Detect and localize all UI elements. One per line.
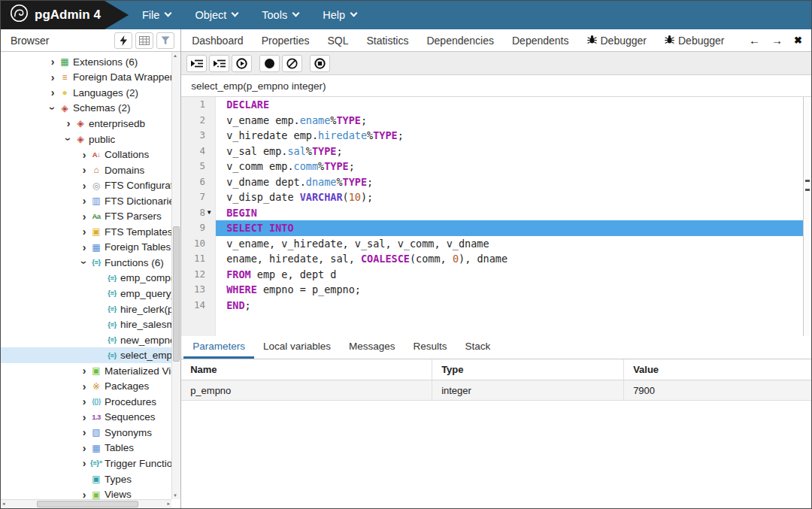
tree-item-synonyms[interactable]: ›▧Synonyms	[1, 425, 171, 441]
code-line[interactable]: 9SELECT INTO	[181, 220, 811, 236]
line-number[interactable]: 10	[181, 236, 216, 252]
cell-type[interactable]: integer	[432, 380, 624, 400]
code-line[interactable]: 8▼BEGIN	[181, 205, 811, 221]
step-over-button[interactable]	[209, 55, 229, 72]
code-line[interactable]: 12FROM emp e, dept d	[181, 267, 811, 283]
table-row[interactable]: p_empnointeger7900	[181, 380, 811, 401]
tree-item-domains[interactable]: ›⌂Domains	[1, 162, 171, 178]
code-line[interactable]: 7v_disp_date VARCHAR(10);	[181, 189, 811, 205]
tree-item-views[interactable]: ›▣Views	[1, 486, 171, 499]
line-number[interactable]: 13	[181, 282, 216, 298]
tree-item-function-emp-comp[interactable]: {≡}emp_comp(p_s	[1, 271, 171, 286]
tree-item-tables[interactable]: ›▦Tables	[1, 441, 171, 456]
code-line[interactable]: 10v_ename, v_hiredate, v_sal, v_comm, v_…	[181, 236, 811, 252]
tree-item-fts-templates[interactable]: ›▣FTS Templates	[1, 224, 171, 240]
tab-local-variables[interactable]: Local variables	[254, 336, 340, 359]
tree-item-fts-parsers[interactable]: ›AaFTS Parsers	[1, 208, 171, 224]
tree-item-trigger-functions[interactable]: ›{≡}⁺Trigger Functions	[1, 456, 171, 471]
line-number[interactable]: 6	[181, 174, 216, 190]
tab-parameters[interactable]: Parameters	[183, 336, 254, 359]
tree-item-materialized-views[interactable]: ›▣Materialized Views	[1, 363, 171, 379]
tab-scroll-left-icon[interactable]: ←	[749, 34, 760, 47]
scroll-up-icon[interactable]: ▴	[174, 53, 177, 59]
tree-item-schema-public[interactable]: ›◈public	[1, 132, 171, 147]
tab-debugger-2[interactable]: Debugger	[656, 29, 734, 51]
cell-name[interactable]: p_empno	[181, 380, 432, 400]
tree-vscroll-thumb[interactable]	[173, 226, 180, 362]
tree-horizontal-scrollbar[interactable]: ◂ ▸	[1, 499, 171, 508]
tree-item-foreign-tables[interactable]: ›▦Foreign Tables	[1, 240, 171, 256]
tree-item-languages[interactable]: ›●Languages (2)	[1, 85, 171, 101]
tree-item-fts-configurations[interactable]: ›◎FTS Configurations	[1, 177, 171, 193]
tab-debugger-1[interactable]: Debugger	[578, 29, 656, 51]
tab-results[interactable]: Results	[404, 336, 456, 359]
line-number[interactable]: 7	[181, 189, 216, 205]
code-line[interactable]: 14END;	[181, 298, 811, 314]
menu-object[interactable]: Object	[195, 9, 238, 21]
line-number[interactable]: 5	[181, 159, 216, 174]
code-line[interactable]: 13WHERE empno = p_empno;	[181, 282, 811, 298]
line-number[interactable]: 2	[181, 113, 216, 129]
line-number[interactable]: 4	[181, 144, 216, 159]
tree-item-schema-enterprisedb[interactable]: ›◈enterprisedb	[1, 116, 171, 132]
tree-item-procedures[interactable]: ›{()}Procedures	[1, 394, 171, 410]
scroll-down-icon[interactable]: ▾	[174, 492, 177, 498]
step-into-button[interactable]	[186, 55, 207, 72]
tab-messages[interactable]: Messages	[340, 336, 404, 359]
tree-item-packages[interactable]: ›※Packages	[1, 378, 171, 394]
clear-all-breakpoints-button[interactable]	[282, 55, 302, 72]
menu-file[interactable]: File	[142, 9, 171, 21]
line-number[interactable]: 3	[181, 128, 216, 144]
tree-vertical-scrollbar[interactable]: ▴ ▾	[171, 52, 180, 499]
code-line[interactable]: 4v_sal emp.sal%TYPE;	[181, 144, 811, 159]
tab-stack[interactable]: Stack	[456, 336, 500, 359]
tab-sql[interactable]: SQL	[318, 29, 357, 51]
tree-item-functions[interactable]: ›{≡}Functions (6)	[1, 255, 171, 271]
tree-item-collations[interactable]: ›A↓Collations	[1, 147, 171, 162]
tree-item-sequences[interactable]: ›1.3Sequences	[1, 410, 171, 426]
line-number[interactable]: 12	[181, 267, 216, 283]
editor-scrollbar[interactable]	[803, 97, 811, 336]
tree-hscroll-thumb[interactable]	[37, 501, 138, 507]
scroll-left-icon[interactable]: ◂	[2, 501, 5, 507]
code-line[interactable]: 11ename, hiredate, sal, COALESCE(comm, 0…	[181, 251, 811, 267]
tab-statistics[interactable]: Statistics	[357, 29, 417, 51]
line-number[interactable]: 9	[181, 220, 216, 236]
line-number[interactable]: 1	[181, 97, 216, 113]
tree-item-schemas[interactable]: ›◈Schemas (2)	[1, 101, 171, 117]
continue-button[interactable]	[232, 55, 252, 72]
tree-item-extensions[interactable]: ›▦Extensions (6)	[1, 54, 171, 70]
filter-button[interactable]	[156, 32, 174, 49]
tree-item-function-hire-salesman[interactable]: {≡}hire_salesman(	[1, 317, 171, 332]
tree-item-types[interactable]: ▣Types	[1, 471, 171, 487]
view-data-button[interactable]	[135, 32, 153, 49]
code-editor[interactable]: 1DECLARE2v_ename emp.ename%TYPE;3v_hired…	[181, 97, 811, 336]
line-number[interactable]: 11	[181, 251, 216, 267]
toggle-breakpoint-button[interactable]	[259, 55, 280, 72]
code-line[interactable]: 5v_comm emp.comm%TYPE;	[181, 159, 811, 174]
tree-item-foreign-data-wrappers[interactable]: ›≡Foreign Data Wrappers (2	[1, 70, 171, 86]
menu-tools[interactable]: Tools	[262, 9, 298, 21]
menu-help[interactable]: Help	[323, 9, 356, 21]
tree-item-function-emp-query-cal[interactable]: {≡}emp_query_cal	[1, 286, 171, 301]
tab-dependencies[interactable]: Dependencies	[417, 29, 503, 51]
line-number[interactable]: 8▼	[181, 205, 216, 221]
query-tool-button[interactable]	[114, 32, 132, 49]
tree-item-fts-dictionaries[interactable]: ›▥FTS Dictionaries	[1, 193, 171, 209]
code-line[interactable]: 2v_ename emp.ename%TYPE;	[181, 113, 811, 129]
tab-dependents[interactable]: Dependents	[503, 29, 578, 51]
tab-dashboard[interactable]: Dashboard	[183, 29, 253, 51]
cell-value[interactable]: 7900	[624, 380, 811, 400]
scroll-right-icon[interactable]: ▸	[168, 501, 171, 507]
tree-item-function-new-empno[interactable]: {≡}new_empno()	[1, 332, 171, 348]
code-line[interactable]: 3v_hiredate emp.hiredate%TYPE;	[181, 128, 811, 144]
stop-button[interactable]	[310, 55, 330, 72]
code-line[interactable]: 6v_dname dept.dname%TYPE;	[181, 174, 811, 190]
line-number[interactable]: 14	[181, 298, 216, 314]
tab-properties[interactable]: Properties	[253, 29, 319, 51]
code-line[interactable]: 1DECLARE	[181, 97, 811, 113]
tab-close-icon[interactable]: ✖	[794, 35, 802, 46]
tree-item-function-hire-clerk[interactable]: {≡}hire_clerk(p_en	[1, 301, 171, 317]
tree-item-function-select-emp[interactable]: {≡}select_emp(p_e	[1, 347, 171, 363]
tab-scroll-right-icon[interactable]: →	[771, 34, 783, 47]
